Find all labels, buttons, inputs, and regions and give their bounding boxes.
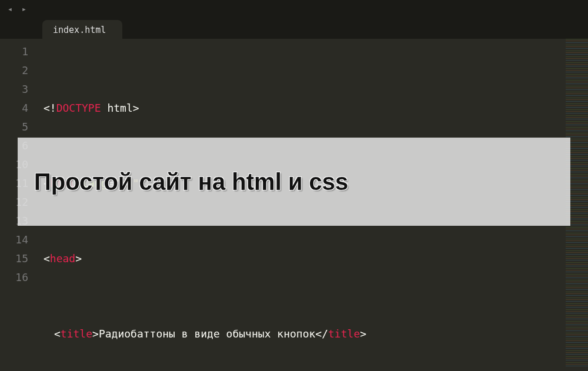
line-number: 3 xyxy=(0,80,36,99)
line-number: 4 xyxy=(0,99,36,118)
right-arrow-icon[interactable]: ▸ xyxy=(19,4,29,14)
overlay-banner: Простой сайт на html и css xyxy=(18,138,570,226)
line-number: 5 xyxy=(0,118,36,136)
line-number: 2 xyxy=(0,61,36,80)
tab-index-html[interactable]: index.html xyxy=(42,20,122,39)
line-number: 15 xyxy=(0,249,36,268)
line-number: 14 xyxy=(0,230,36,249)
titlebar: ◂ ▸ xyxy=(0,0,588,18)
line-number: 16 xyxy=(0,268,36,287)
overlay-text: Простой сайт на html и css xyxy=(34,169,348,195)
tab-label: index.html xyxy=(53,25,106,35)
line-number: 1 xyxy=(0,42,36,61)
left-arrow-icon[interactable]: ◂ xyxy=(5,4,15,14)
tabbar: index.html xyxy=(0,18,588,39)
